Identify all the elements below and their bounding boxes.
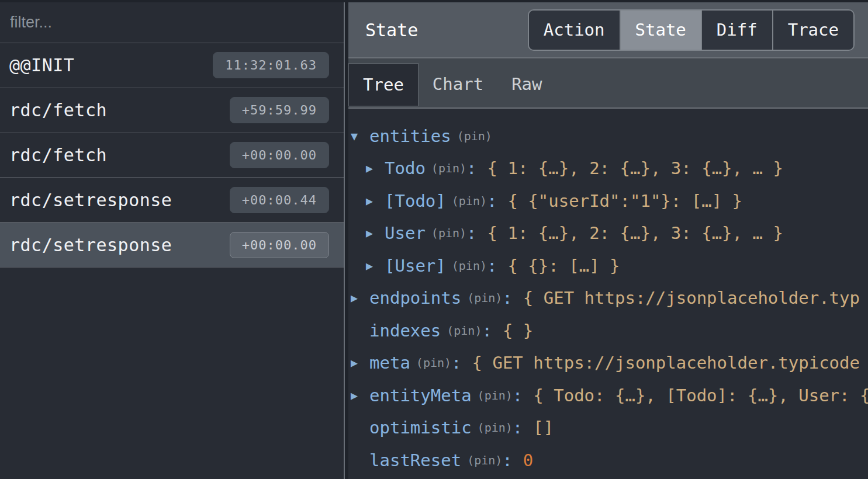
action-timestamp-badge: +00:00.44 [230, 187, 329, 213]
tab-action[interactable]: Action [529, 11, 620, 50]
action-row[interactable]: rdc/setresponse +00:00.00 [0, 223, 344, 268]
action-timestamp-badge: +00:00.00 [230, 232, 329, 258]
tree-colon: : [502, 288, 512, 308]
tree-pin-label[interactable]: (pin) [457, 129, 492, 143]
tree-colon: : [482, 321, 492, 341]
tree-preview: [] [533, 418, 554, 438]
tree-row[interactable]: ▶ entityMeta (pin) : { Todo: {…}, [Todo]… [348, 379, 868, 412]
tree-preview: { } [503, 321, 533, 341]
tree-preview: { 1: {…}, 2: {…}, 3: {…}, … } [487, 223, 783, 243]
tree-row[interactable]: ▶ User (pin) : { 1: {…}, 2: {…}, 3: {…},… [348, 217, 868, 250]
expand-icon[interactable]: ▶ [366, 226, 385, 240]
tree-row[interactable]: ▼ entities (pin) [348, 120, 868, 152]
tree-key[interactable]: meta [369, 353, 410, 373]
tree-pin-label[interactable]: (pin) [478, 421, 513, 435]
tree-colon: : [513, 386, 523, 405]
tree-colon: : [466, 158, 476, 178]
tree-key[interactable]: Todo [385, 158, 426, 178]
tree-colon: : [466, 223, 476, 243]
tree-row[interactable]: indexes (pin) : { } [348, 314, 868, 347]
tree-pin-label[interactable]: (pin) [447, 324, 482, 338]
tree-pin-label[interactable]: (pin) [467, 453, 502, 467]
tree-row[interactable]: lastReset (pin) : 0 [348, 444, 868, 477]
tree-preview: 0 [523, 450, 533, 470]
tree-preview: { {}: […] } [507, 256, 620, 276]
tree-preview: { GET https://jsonplaceholder.typ [523, 288, 860, 308]
action-row[interactable]: rdc/fetch +00:00.00 [0, 133, 344, 178]
tree-colon: : [513, 418, 523, 438]
tab-state[interactable]: State [620, 11, 701, 50]
filter-bar [0, 2, 344, 43]
action-timestamp-badge: +59:59.99 [230, 97, 329, 123]
tree-row[interactable]: ▶ Todo (pin) : { 1: {…}, 2: {…}, 3: {…},… [348, 152, 868, 185]
tree-row[interactable]: ▶ [User] (pin) : { {}: […] } [348, 249, 868, 282]
tree-pin-label[interactable]: (pin) [452, 259, 487, 273]
expand-icon[interactable]: ▶ [366, 194, 385, 208]
tree-pin-label[interactable]: (pin) [431, 161, 466, 175]
tree-pin-label[interactable]: (pin) [467, 291, 502, 305]
tree-key[interactable]: User [385, 223, 426, 243]
tree-pin-label[interactable]: (pin) [452, 194, 487, 208]
tree-row[interactable]: ▶ meta (pin) : { GET https://jsonplaceho… [348, 347, 868, 380]
action-log-panel: @@INIT 11:32:01.63 rdc/fetch +59:59.99 r… [0, 2, 345, 479]
subtab-raw[interactable]: Raw [497, 63, 556, 106]
tree-preview: { 1: {…}, 2: {…}, 3: {…}, … } [487, 158, 783, 178]
subtab-tree[interactable]: Tree [348, 63, 419, 106]
action-list: @@INIT 11:32:01.63 rdc/fetch +59:59.99 r… [0, 43, 344, 479]
inspector-title: State [365, 20, 418, 40]
action-timestamp-badge: 11:32:01.63 [213, 52, 329, 78]
state-subtab-bar: Tree Chart Raw [348, 58, 868, 109]
tree-pin-label[interactable]: (pin) [478, 388, 513, 402]
inspector-header: State Action State Diff Trace [348, 2, 868, 58]
collapse-icon[interactable]: ▼ [351, 129, 369, 143]
tree-preview: { GET https://jsonplaceholder.typicode [472, 353, 860, 373]
tree-colon: : [487, 191, 497, 211]
expand-icon[interactable]: ▶ [351, 291, 369, 305]
tab-diff[interactable]: Diff [701, 11, 772, 50]
tree-key[interactable]: entityMeta [369, 386, 472, 405]
action-name: rdc/fetch [9, 100, 107, 120]
tree-key[interactable]: optimistic [369, 418, 472, 438]
action-name: @@INIT [9, 55, 74, 75]
subtab-chart[interactable]: Chart [419, 63, 497, 106]
tree-preview: { Todo: {…}, [Todo]: {…}, User: { [533, 386, 868, 405]
tree-colon: : [502, 450, 512, 470]
tree-row[interactable]: ▶ [Todo] (pin) : { {"userId":"1"}: […] } [348, 185, 868, 217]
action-row[interactable]: rdc/fetch +59:59.99 [0, 88, 344, 133]
expand-icon[interactable]: ▶ [351, 388, 369, 402]
tree-key[interactable]: lastReset [369, 450, 461, 470]
filter-input[interactable] [0, 2, 344, 43]
redux-devtools-app: @@INIT 11:32:01.63 rdc/fetch +59:59.99 r… [0, 0, 868, 479]
state-tree-view: ▼ entities (pin) ▶ Todo (pin) : { 1: {…}… [348, 109, 868, 479]
inspector-tab-group: Action State Diff Trace [528, 9, 855, 51]
tree-key[interactable]: endpoints [369, 288, 461, 308]
expand-icon[interactable]: ▶ [366, 161, 385, 175]
action-name: rdc/setresponse [9, 235, 172, 255]
tab-trace[interactable]: Trace [772, 11, 853, 50]
expand-icon[interactable]: ▶ [366, 259, 385, 273]
tree-pin-label[interactable]: (pin) [431, 226, 466, 240]
tree-row[interactable]: ▶ endpoints (pin) : { GET https://jsonpl… [348, 282, 868, 315]
action-name: rdc/setresponse [9, 190, 172, 210]
expand-icon[interactable]: ▶ [351, 356, 369, 370]
tree-key[interactable]: [Todo] [385, 191, 446, 211]
tree-key[interactable]: entities [369, 126, 451, 146]
tree-colon: : [451, 353, 461, 373]
action-row[interactable]: rdc/setresponse +00:00.44 [0, 178, 344, 223]
tree-colon: : [487, 256, 497, 276]
action-timestamp-badge: +00:00.00 [230, 142, 329, 168]
tree-key[interactable]: [User] [385, 256, 446, 276]
tree-row[interactable]: optimistic (pin) : [] [348, 412, 868, 445]
tree-key[interactable]: indexes [369, 321, 441, 341]
action-name: rdc/fetch [9, 145, 107, 165]
action-row[interactable]: @@INIT 11:32:01.63 [0, 43, 344, 88]
tree-pin-label[interactable]: (pin) [416, 356, 451, 370]
tree-preview: { {"userId":"1"}: […] } [507, 191, 742, 211]
inspector-panel: State Action State Diff Trace Tree Chart… [348, 2, 868, 479]
